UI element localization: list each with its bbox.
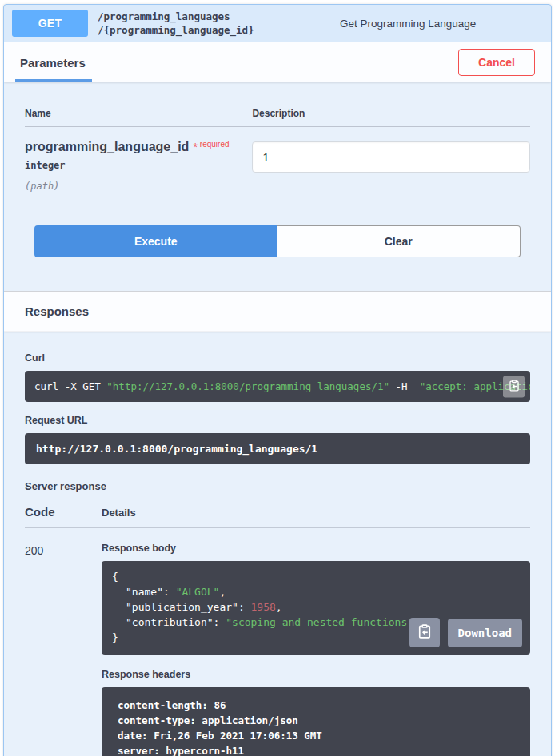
endpoint-path-line1: /programming_languages [98,10,340,23]
curl-header-flag: -H [389,380,420,392]
response-headers-block: content-length: 86 content-type: applica… [102,687,530,756]
execute-button-group: Execute Clear [34,225,521,257]
parameters-table-header: Name Description [25,108,530,127]
json-key: "publication_year" [126,601,238,613]
parameter-location: (path) [25,181,252,192]
column-header-description: Description [252,108,530,119]
response-header-line: date: Fri,26 Feb 2021 17:06:13 GMT [118,728,514,743]
curl-url-string: "http://127.0.0.1:8000/programming_langu… [106,380,389,392]
parameter-name-line: programming_language_id*required [25,140,252,154]
responses-section-header: Responses [4,291,551,332]
parameter-description-cell [252,140,530,192]
json-line-name: "name": "ALGOL", [112,584,520,599]
parameter-type: integer [25,160,252,171]
parameter-name-cell: programming_language_id*required integer… [25,140,252,192]
column-header-code: Code [25,505,102,519]
copy-curl-button[interactable] [503,376,525,397]
tab-parameters[interactable]: Parameters [20,42,86,82]
json-comma: , [276,601,282,613]
parameters-section-header: Parameters Cancel [4,42,551,82]
json-line-publication-year: "publication_year": 1958, [112,599,520,615]
json-colon: : [163,586,176,598]
server-response-label: Server response [25,480,530,492]
json-string-value: "ALGOL" [176,586,220,598]
curl-command-block: curl -X GET "http://127.0.0.1:8000/progr… [25,371,530,402]
json-comma: , [219,586,226,598]
request-url-block: http://127.0.0.1:8000/programming_langua… [25,433,530,464]
operation-summary[interactable]: GET /programming_languages /{programming… [4,5,551,42]
execute-button[interactable]: Execute [34,225,278,257]
cancel-button[interactable]: Cancel [458,49,535,76]
json-string-value: "scoping and nested functions" [226,616,413,628]
json-colon: : [238,601,251,613]
json-number-value: 1958 [251,601,276,613]
curl-label: Curl [25,352,530,364]
column-header-details: Details [102,507,136,519]
response-header-line: content-length: 86 [118,698,514,713]
clipboard-copy-icon [417,623,433,642]
parameter-value-input[interactable] [252,141,530,173]
response-details-cell: Response body { "name": "ALGOL", "public… [102,543,530,756]
response-body-actions: Download [409,618,522,647]
response-header-line: content-type: application/json [118,713,514,728]
required-label: required [200,140,230,149]
required-star: * [193,141,197,153]
response-header-line: server: hypercorn-h11 [118,743,514,756]
responses-title: Responses [25,304,89,318]
clear-button[interactable]: Clear [278,225,521,257]
request-url-label: Request URL [25,415,530,426]
clipboard-copy-icon [508,379,521,394]
response-body-label: Response body [102,543,530,554]
request-url-text: http://127.0.0.1:8000/programming_langua… [36,443,317,455]
responses-content: Curl curl -X GET "http://127.0.0.1:8000/… [4,332,551,756]
response-row: 200 Response body { "name": "ALGOL", "pu… [25,543,530,756]
json-key: "name" [126,586,163,598]
copy-response-button[interactable] [409,618,440,647]
response-table-header: Code Details [25,505,530,528]
parameter-name: programming_language_id [25,140,189,153]
operation-block-get: GET /programming_languages /{programming… [3,4,552,756]
status-code: 200 [25,543,102,756]
parameter-row: programming_language_id*required integer… [25,140,530,192]
endpoint-summary-text: Get Programming Language [340,18,543,30]
endpoint-path-line2: /{programming_language_id} [98,23,340,37]
json-colon: : [214,616,226,628]
http-method-badge: GET [12,10,88,37]
response-body-block: { "name": "ALGOL", "publication_year": 1… [102,561,530,655]
json-open-brace: { [112,569,520,584]
json-key: "contribution" [126,616,214,628]
parameters-content: Name Description programming_language_id… [4,82,551,291]
curl-text: curl -X GET [34,380,106,392]
download-button[interactable]: Download [448,619,522,647]
column-header-name: Name [25,108,252,119]
response-headers-label: Response headers [102,669,530,680]
endpoint-path: /programming_languages /{programming_lan… [98,10,340,37]
